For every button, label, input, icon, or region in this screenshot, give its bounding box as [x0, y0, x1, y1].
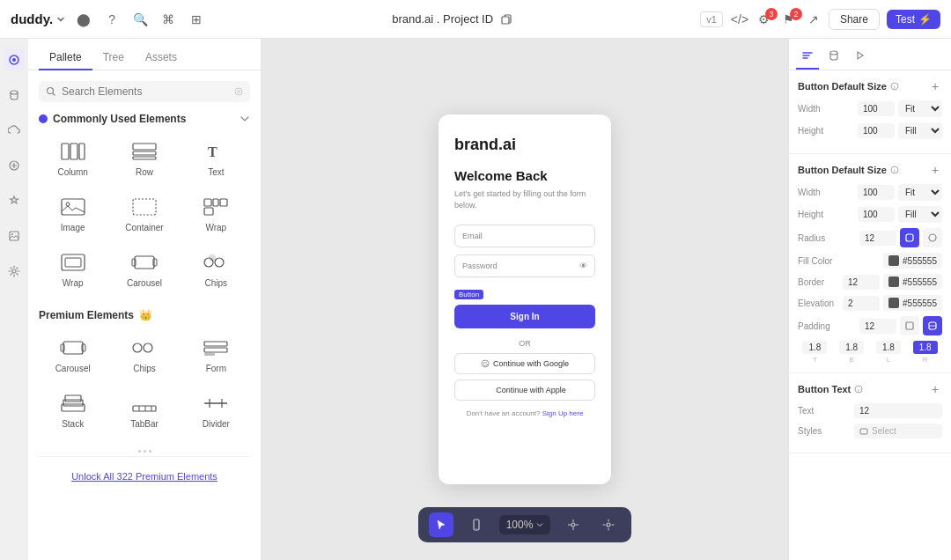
- version-badge[interactable]: v1: [700, 11, 723, 27]
- premium-divider[interactable]: Divider: [182, 384, 250, 436]
- premium-tabbar[interactable]: TabBar: [110, 384, 178, 436]
- prop-height-1: Height Fill Fit Fixed: [798, 122, 942, 139]
- svg-rect-27: [65, 258, 81, 267]
- panel-tab-db[interactable]: [822, 46, 845, 70]
- elevation-color-swatch[interactable]: #555555: [883, 295, 942, 311]
- svg-rect-44: [65, 395, 81, 402]
- share-button[interactable]: Share: [829, 9, 880, 30]
- padding-square-btn[interactable]: [900, 316, 919, 335]
- external-icon[interactable]: ↗: [806, 11, 822, 27]
- tab-tree[interactable]: Tree: [92, 46, 135, 70]
- element-text[interactable]: T Text: [182, 132, 250, 184]
- sidebar-icon-image[interactable]: [4, 225, 25, 247]
- element-wrap2[interactable]: Wrap: [39, 243, 107, 295]
- sidebar-icon-cloud[interactable]: [4, 120, 25, 141]
- prop-height-2-select[interactable]: Fill Fit: [898, 206, 942, 223]
- add-btn-2[interactable]: +: [928, 163, 942, 177]
- grid-icon[interactable]: ⊞: [188, 11, 204, 27]
- add-btn-3[interactable]: +: [928, 382, 942, 396]
- test-label: Test: [896, 13, 915, 26]
- prop-styles: Styles Select: [798, 424, 942, 438]
- phone-subtitle: Let's get started by filling out the for…: [454, 188, 595, 210]
- styles-select-container[interactable]: Select: [854, 424, 942, 438]
- phone-email-input[interactable]: Email: [454, 225, 595, 247]
- prop-width-1-input[interactable]: [858, 101, 895, 116]
- prop-height-1-input[interactable]: [858, 123, 895, 138]
- panel-tab-style[interactable]: [796, 46, 819, 70]
- copy-icon[interactable]: [500, 13, 512, 26]
- logo[interactable]: duddy.: [11, 11, 65, 26]
- canvas-area: brand.ai Welcome Back Let's get started …: [262, 39, 788, 560]
- sidebar-icon-plus[interactable]: [4, 155, 25, 176]
- element-row[interactable]: Row: [110, 132, 178, 184]
- padding-right-input[interactable]: [913, 341, 938, 354]
- prop-border-input[interactable]: [843, 275, 880, 290]
- unlock-link[interactable]: Unlock All 322 Premium Elements: [71, 471, 217, 482]
- circle-icon[interactable]: ⬤: [76, 11, 92, 27]
- google-button[interactable]: G Continue with Google: [454, 353, 595, 374]
- prop-height-1-select[interactable]: Fill Fit Fixed: [898, 122, 942, 139]
- padding-bottom-label: B: [849, 356, 853, 364]
- border-color-swatch[interactable]: #555555: [883, 274, 942, 290]
- tab-assets[interactable]: Assets: [135, 46, 188, 70]
- prop-height-2-input[interactable]: [858, 207, 895, 222]
- element-wrap[interactable]: Wrap: [182, 188, 250, 239]
- prop-border: Border #555555: [798, 274, 942, 290]
- apple-button[interactable]: Continue with Apple: [454, 379, 595, 401]
- sign-in-button[interactable]: Sign In: [454, 305, 595, 328]
- fill-color-swatch[interactable]: #555555: [883, 253, 942, 269]
- keyboard-icon[interactable]: ⌘: [160, 11, 176, 27]
- prop-elevation: Elevation #555555: [798, 295, 942, 311]
- sidebar-icon-db[interactable]: [4, 85, 25, 106]
- tool-cursor[interactable]: [429, 512, 453, 537]
- tool-snap[interactable]: [561, 512, 586, 537]
- prop-text-input[interactable]: [854, 403, 942, 418]
- element-image[interactable]: Image: [39, 188, 107, 239]
- search-bar[interactable]: [39, 81, 250, 102]
- padding-custom-btn[interactable]: [923, 316, 942, 335]
- prop-padding-input[interactable]: [859, 319, 896, 334]
- panel-section-1: Button Default Size i + Width Fit Fill F…: [789, 70, 951, 154]
- prop-width-2-select[interactable]: Fit Fill: [898, 184, 942, 201]
- panel-tab-interaction[interactable]: [849, 46, 872, 70]
- prop-width-2-input[interactable]: [858, 185, 895, 200]
- prop-elevation-input[interactable]: [843, 296, 880, 311]
- sidebar-icon-star[interactable]: [4, 190, 25, 211]
- padding-left-label: L: [887, 356, 890, 364]
- element-column[interactable]: Column: [39, 132, 107, 184]
- search-input[interactable]: [62, 85, 229, 98]
- prop-width-1-select[interactable]: Fit Fill Fixed: [898, 100, 942, 117]
- sign-up-link[interactable]: Sign Up here: [542, 409, 584, 417]
- prop-border-group: #555555: [843, 274, 942, 290]
- radius-square-btn[interactable]: [900, 228, 919, 247]
- test-button[interactable]: Test ⚡: [887, 10, 940, 29]
- zoom-control[interactable]: 100%: [499, 515, 551, 534]
- add-btn-1[interactable]: +: [928, 79, 942, 93]
- tool-settings[interactable]: [596, 512, 621, 537]
- sidebar-icon-layers[interactable]: [4, 49, 25, 70]
- help-icon[interactable]: ?: [104, 11, 120, 27]
- padding-top-input[interactable]: [802, 341, 827, 354]
- element-carousel[interactable]: Carousel: [110, 243, 178, 295]
- radius-circle-btn[interactable]: [923, 228, 942, 247]
- premium-stack[interactable]: Stack: [39, 384, 107, 436]
- phone-password-input[interactable]: Password 👁: [454, 254, 595, 277]
- prop-label-height-1: Height: [798, 126, 842, 136]
- tab-palette[interactable]: Pallete: [39, 46, 92, 70]
- tool-phone[interactable]: [464, 512, 489, 537]
- premium-form[interactable]: Form: [182, 328, 250, 380]
- code-icon[interactable]: </>: [732, 11, 748, 27]
- prop-radius-input[interactable]: [859, 231, 896, 246]
- premium-carousel[interactable]: Carousel: [39, 328, 107, 380]
- prop-width-1-group: Fit Fill Fixed: [858, 100, 942, 117]
- premium-chips[interactable]: Chips: [110, 328, 178, 380]
- search-icon[interactable]: 🔍: [132, 11, 148, 27]
- element-chips[interactable]: Chips: [182, 243, 250, 295]
- element-container[interactable]: Container: [110, 188, 178, 239]
- padding-bottom-input[interactable]: [839, 341, 864, 354]
- svg-rect-5: [10, 232, 18, 240]
- prop-height-2: Height Fill Fit: [798, 206, 942, 223]
- sidebar-icon-gear[interactable]: [4, 261, 25, 282]
- padding-left-input[interactable]: [876, 341, 901, 354]
- commonly-used-header[interactable]: Commonly Used Elements: [39, 113, 250, 125]
